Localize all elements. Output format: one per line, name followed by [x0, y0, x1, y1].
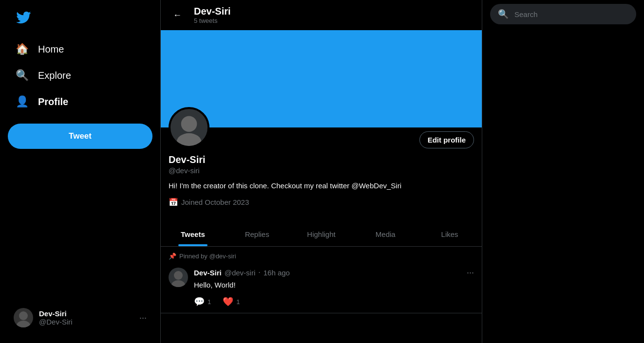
svg-point-0 [19, 311, 28, 320]
tweets-section: 📌 Pinned by @dev-siri Dev-Siri @dev-siri… [161, 247, 482, 314]
calendar-icon: 📅 [169, 198, 178, 207]
tweet-card[interactable]: Dev-Siri @dev-siri · 16h ago ··· Hello, … [161, 262, 482, 314]
sidebar-user-card[interactable]: Dev-Siri @Dev-Siri ··· [8, 302, 152, 333]
svg-point-1 [17, 321, 30, 327]
profile-avatar-icon [170, 109, 208, 146]
right-sidebar: 🔍 [482, 0, 644, 343]
sidebar: 🏠 Home 🔍 Explore 👤 Profile Tweet Dev-Sir… [0, 0, 161, 343]
sidebar-item-profile-label: Profile [38, 96, 68, 108]
tab-replies[interactable]: Replies [225, 222, 289, 246]
sidebar-user-info: Dev-Siri @Dev-Siri [39, 309, 133, 326]
tab-likes[interactable]: Likes [417, 222, 482, 246]
search-icon: 🔍 [498, 9, 509, 19]
profile-avatar [169, 107, 209, 148]
tab-tweets-label: Tweets [181, 230, 205, 238]
profile-icon: 👤 [16, 95, 28, 108]
svg-point-5 [171, 280, 185, 287]
tweet-more-options-icon[interactable]: ··· [467, 268, 474, 278]
tweet-dot-separator: · [258, 268, 260, 277]
profile-info-section: Edit profile Dev-Siri @dev-siri Hi! I'm … [161, 127, 482, 222]
header-title: Dev-Siri 5 tweets [194, 6, 231, 24]
tweet-avatar-icon [169, 268, 188, 287]
reply-icon: 💬 [194, 296, 205, 307]
reply-count: 1 [208, 298, 211, 306]
sidebar-user-handle: @Dev-Siri [39, 318, 133, 326]
tweet-time: 16h ago [264, 269, 290, 277]
back-arrow-icon: ← [173, 10, 182, 20]
nav-menu: 🏠 Home 🔍 Explore 👤 Profile Tweet [8, 37, 152, 302]
like-count: 1 [236, 298, 240, 306]
pinned-label-text: Pinned by @dev-siri [179, 253, 236, 260]
sidebar-user-avatar [14, 308, 33, 327]
sidebar-item-home-label: Home [38, 44, 64, 55]
tab-media[interactable]: Media [353, 222, 417, 246]
profile-display-name: Dev-Siri [169, 154, 474, 165]
profile-header-bar: ← Dev-Siri 5 tweets [161, 0, 482, 30]
edit-profile-button[interactable]: Edit profile [419, 131, 474, 148]
svg-point-4 [174, 271, 183, 280]
twitter-bird-icon [16, 10, 31, 25]
tweet-author-name: Dev-Siri [194, 269, 222, 277]
profile-joined-text: Joined October 2023 [181, 198, 249, 206]
reply-action[interactable]: 💬 1 [194, 296, 211, 307]
tab-replies-label: Replies [245, 230, 269, 238]
sidebar-item-home[interactable]: 🏠 Home [8, 37, 152, 61]
sidebar-user-name: Dev-Siri [39, 309, 133, 318]
svg-point-2 [181, 116, 197, 132]
user-more-options-icon[interactable]: ··· [139, 313, 147, 323]
home-icon: 🏠 [16, 43, 28, 55]
tab-likes-label: Likes [441, 230, 458, 238]
pin-icon: 📌 [169, 253, 176, 260]
tweet-text: Hello, World! [194, 280, 474, 291]
tweet-meta: Dev-Siri @dev-siri · 16h ago ··· [194, 268, 474, 278]
sidebar-item-explore-label: Explore [38, 70, 71, 81]
tab-media-label: Media [376, 230, 396, 238]
profile-banner [161, 30, 482, 127]
search-box[interactable]: 🔍 [490, 4, 636, 24]
profile-handle: @dev-siri [169, 166, 474, 175]
tab-highlight[interactable]: Highlight [289, 222, 354, 246]
tweet-body: Dev-Siri @dev-siri · 16h ago ··· Hello, … [194, 268, 474, 307]
sidebar-avatar-icon [14, 308, 33, 327]
explore-icon: 🔍 [16, 69, 28, 82]
heart-icon: ❤️ [223, 296, 233, 307]
main-content: ← Dev-Siri 5 tweets Edit profile Dev-Sir… [161, 0, 482, 343]
twitter-logo [8, 4, 152, 33]
tweet-actions: 💬 1 ❤️ 1 [194, 296, 474, 307]
tab-tweets[interactable]: Tweets [161, 222, 225, 246]
header-tweets-count: 5 tweets [194, 17, 231, 24]
profile-joined: 📅 Joined October 2023 [169, 198, 474, 207]
header-display-name: Dev-Siri [194, 6, 231, 17]
tweet-button[interactable]: Tweet [8, 124, 152, 149]
sidebar-item-explore[interactable]: 🔍 Explore [8, 63, 152, 88]
like-action[interactable]: ❤️ 1 [223, 296, 240, 307]
tab-highlight-label: Highlight [307, 230, 335, 238]
sidebar-item-profile[interactable]: 👤 Profile [8, 90, 152, 114]
search-input[interactable] [514, 10, 628, 18]
tweet-author-avatar [169, 268, 188, 287]
tweet-author-handle: @dev-siri [225, 269, 256, 277]
back-button[interactable]: ← [169, 6, 186, 24]
pinned-label: 📌 Pinned by @dev-siri [161, 247, 482, 262]
svg-point-3 [177, 133, 202, 146]
avatar-edit-row: Edit profile [169, 127, 474, 148]
profile-tabs: Tweets Replies Highlight Media Likes [161, 222, 482, 247]
profile-bio: Hi! I'm the creator of this clone. Check… [169, 181, 474, 192]
